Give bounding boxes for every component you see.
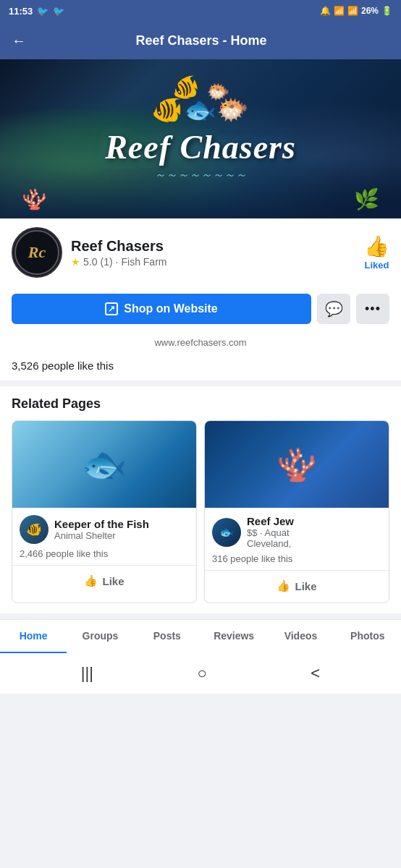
card-2-like-label: Like — [295, 580, 316, 592]
avatar-initials: Rc — [14, 230, 59, 275]
card-2-thumb-icon: 👍 — [277, 579, 290, 592]
external-link-icon — [105, 302, 118, 315]
status-right: 🔔 📶 📶 26% 🔋 — [320, 6, 392, 16]
action-section: Shop on Website 💬 ••• — [0, 286, 401, 334]
hero-banner: 🐠 🐡 🪸 🌿 🐠🐟🐡 Reef Chasers ～～～～～～～～ — [0, 59, 401, 218]
card-2-avatar: 🐟 — [212, 518, 241, 547]
ellipsis-icon: ••• — [365, 302, 381, 317]
liked-label: Liked — [365, 260, 389, 271]
star-icon: ★ — [71, 256, 80, 268]
tab-home[interactable]: Home — [0, 620, 67, 653]
profile-section: Rc Reef Chasers ★ 5.0 (1) · Fish Farm 👍 … — [0, 218, 401, 286]
related-card-1[interactable]: 🐠 Keeper of the Fish Animal Shelter 2,46… — [12, 420, 197, 603]
card-2-image — [205, 421, 389, 508]
hero-brand-name: Reef Chasers — [105, 129, 296, 166]
profile-name: Reef Chasers — [71, 238, 355, 255]
card-1-avatar: 🐠 — [20, 515, 48, 544]
card-1-type: Animal Shelter — [54, 530, 149, 541]
related-pages-section: Related Pages 🐠 Keeper of the Fish Anima… — [0, 386, 401, 613]
back-nav-button[interactable]: < — [311, 664, 320, 683]
card-1-body: 🐠 Keeper of the Fish Animal Shelter 2,46… — [12, 508, 196, 597]
status-bar: 11:53 🐦 🐦 🔔 📶 📶 26% 🔋 — [0, 0, 401, 22]
page-title: Reef Chasers - Home — [35, 33, 368, 48]
back-button[interactable]: ← — [12, 33, 26, 49]
card-1-likes: 2,466 people like this — [20, 548, 189, 559]
card-2-likes: 316 people like this — [212, 553, 381, 564]
tab-groups[interactable]: Groups — [67, 620, 133, 653]
card-1-info: Keeper of the Fish Animal Shelter — [54, 518, 149, 541]
card-1-name: Keeper of the Fish — [54, 518, 149, 530]
signal-icon: 📶 — [347, 6, 358, 16]
card-2-location: Cleveland, — [247, 538, 294, 549]
status-left: 11:53 🐦 🐦 — [9, 6, 64, 17]
nav-bar: ← Reef Chasers - Home — [0, 22, 401, 59]
tab-posts[interactable]: Posts — [134, 620, 200, 653]
profile-review-count: (1) — [100, 256, 112, 268]
tab-photos[interactable]: Photos — [334, 620, 401, 653]
avatar: Rc — [12, 227, 62, 278]
likes-count: 3,526 people like this — [0, 355, 401, 386]
shop-button-label: Shop on Website — [124, 302, 217, 315]
profile-dot: · — [116, 256, 119, 268]
tab-videos[interactable]: Videos — [267, 620, 334, 653]
more-options-button[interactable]: ••• — [356, 294, 389, 324]
card-2-divider — [205, 570, 389, 571]
coral-left-icon: 🪸 — [22, 187, 47, 211]
card-2-body: 🐟 Reef Jew $$ · Aquat Cleveland, 316 peo… — [205, 508, 389, 603]
facebook-icon: 🐦 — [37, 6, 48, 17]
card-1-like-label: Like — [102, 575, 124, 587]
website-link[interactable]: www.reefchasers.com — [0, 334, 401, 355]
related-card-2[interactable]: 🐟 Reef Jew $$ · Aquat Cleveland, 316 peo… — [204, 420, 389, 603]
profile-info: Reef Chasers ★ 5.0 (1) · Fish Farm — [71, 238, 355, 268]
battery-icon: 🔋 — [381, 6, 392, 16]
card-2-type: $$ · Aquat — [247, 527, 294, 538]
wifi-icon: 📶 — [334, 6, 345, 16]
tab-reviews[interactable]: Reviews — [200, 620, 267, 653]
system-nav: ||| ○ < — [0, 653, 401, 694]
profile-rating: 5.0 — [83, 256, 97, 268]
recent-apps-button[interactable]: ||| — [81, 664, 93, 683]
card-1-divider — [12, 565, 196, 566]
related-cards-container: 🐠 Keeper of the Fish Animal Shelter 2,46… — [12, 420, 389, 603]
liked-section[interactable]: 👍 Liked — [364, 234, 389, 271]
hero-text-container: 🐠🐟🐡 Reef Chasers ～～～～～～～～ — [105, 95, 296, 183]
profile-meta: ★ 5.0 (1) · Fish Farm — [71, 256, 355, 268]
card-1-image — [12, 421, 196, 508]
home-button[interactable]: ○ — [198, 664, 207, 683]
card-1-thumb-icon: 👍 — [84, 574, 98, 587]
card-1-like-button[interactable]: 👍 Like — [20, 571, 189, 590]
related-pages-title: Related Pages — [12, 396, 389, 412]
card-1-profile-row: 🐠 Keeper of the Fish Animal Shelter — [20, 515, 189, 544]
card-2-name: Reef Jew — [247, 515, 294, 527]
bell-icon: 🔔 — [320, 6, 331, 16]
profile-category: Fish Farm — [121, 256, 166, 268]
status-time: 11:53 — [9, 6, 33, 17]
hero-fish-emoji: 🐠🐟🐡 — [105, 95, 296, 125]
bottom-tabs: Home Groups Posts Reviews Videos Photos — [0, 619, 401, 653]
messenger-button[interactable]: 💬 — [317, 294, 350, 324]
card-2-like-button[interactable]: 👍 Like — [212, 576, 381, 595]
messenger-icon: 💬 — [325, 300, 343, 318]
battery-level: 26% — [361, 6, 379, 16]
hero-tagline: ～～～～～～～～ — [105, 168, 296, 183]
website-url: www.reefchasers.com — [154, 337, 246, 348]
twitter-icon: 🐦 — [53, 6, 64, 17]
card-2-info: Reef Jew $$ · Aquat Cleveland, — [247, 515, 294, 549]
coral-right-icon: 🌿 — [354, 187, 379, 211]
liked-thumb-icon: 👍 — [364, 234, 389, 258]
shop-button[interactable]: Shop on Website — [12, 294, 311, 324]
card-2-profile-row: 🐟 Reef Jew $$ · Aquat Cleveland, — [212, 515, 381, 549]
